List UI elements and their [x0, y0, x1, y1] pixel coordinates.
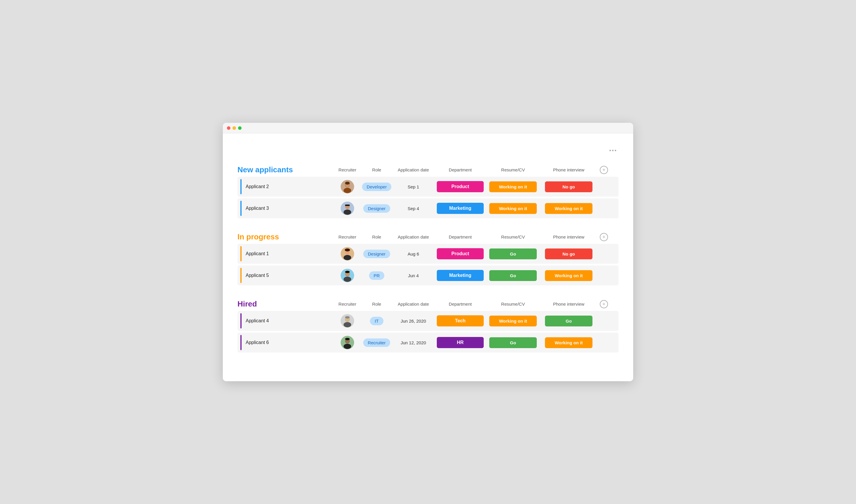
table-row: Applicant 1 DesignerAug 6ProductGoNo go: [237, 244, 619, 264]
more-options-button[interactable]: [607, 147, 619, 154]
resume-cv-status: Go: [489, 249, 537, 259]
col-header-resume_cv: Resume/CV: [487, 302, 539, 306]
department-badge: Product: [437, 248, 484, 259]
table-row: Applicant 6 RecruiterJun 12, 2020HRGoWor…: [237, 332, 619, 353]
add-row-button-new-applicants[interactable]: +: [598, 166, 610, 174]
row-indicator-bar: [240, 201, 242, 216]
resume-cv-cell: Go: [487, 337, 539, 348]
resume-cv-status: Working on it: [489, 203, 537, 214]
phone-interview-cell: No go: [539, 181, 598, 192]
avatar: [341, 202, 354, 215]
table-row: Applicant 5 PRJun 4MarketingGoWorking on…: [237, 266, 619, 285]
more-dot-1: [609, 150, 611, 151]
department-cell: Tech: [434, 315, 487, 326]
add-row-button-in-progress[interactable]: +: [598, 233, 610, 241]
role-badge: PR: [369, 271, 385, 280]
section-new-applicants: New applicantsRecruiterRoleApplication d…: [237, 165, 619, 218]
svg-point-17: [343, 276, 351, 282]
svg-point-27: [343, 344, 351, 349]
col-header-recruiter: Recruiter: [334, 167, 361, 172]
add-row-button-hired[interactable]: +: [598, 300, 610, 308]
resume-cv-cell: Go: [487, 270, 539, 281]
phone-interview-cell: Working on it: [539, 270, 598, 281]
col-header-application_date: Application date: [393, 167, 434, 172]
applicant-name-cell: Applicant 6: [237, 335, 334, 350]
col-header-recruiter: Recruiter: [334, 234, 361, 239]
department-cell: Product: [434, 181, 487, 192]
phone-interview-status: Working on it: [545, 270, 592, 281]
phone-interview-cell: No go: [539, 249, 598, 259]
avatar: [341, 247, 354, 260]
application-date-cell: Sep 1: [393, 184, 434, 189]
applicant-name: Applicant 3: [246, 206, 269, 211]
svg-point-4: [345, 182, 350, 185]
role-cell: IT: [361, 317, 393, 325]
department-cell: Marketing: [434, 203, 487, 214]
recruiter-cell: [334, 247, 361, 260]
col-header-department: Department: [434, 234, 487, 239]
role-badge: Designer: [363, 204, 390, 213]
row-indicator-bar: [240, 313, 242, 328]
col-header-role: Role: [361, 302, 393, 306]
department-cell: HR: [434, 337, 487, 348]
role-cell: PR: [361, 271, 393, 280]
phone-interview-cell: Working on it: [539, 337, 598, 348]
resume-cv-cell: Working on it: [487, 181, 539, 192]
applicant-name: Applicant 2: [246, 184, 269, 189]
minimize-button[interactable]: [232, 126, 236, 130]
sections-container: New applicantsRecruiterRoleApplication d…: [237, 165, 619, 353]
more-dot-2: [612, 150, 613, 151]
recruiter-cell: [334, 180, 361, 193]
department-badge: Tech: [437, 315, 484, 326]
avatar: [341, 336, 354, 349]
section-title-hired: Hired: [237, 300, 334, 309]
phone-interview-status: No go: [545, 249, 592, 259]
role-badge: Recruiter: [363, 339, 391, 347]
section-title-in-progress: In progress: [237, 232, 334, 241]
resume-cv-status: Working on it: [489, 181, 537, 192]
phone-interview-status: Working on it: [545, 337, 592, 348]
col-header-phone_interview: Phone interview: [539, 167, 598, 172]
section-in-progress: In progressRecruiterRoleApplication date…: [237, 232, 619, 285]
role-cell: Designer: [361, 204, 393, 213]
application-date-cell: Jun 26, 2020: [393, 319, 434, 324]
avatar: [341, 180, 354, 193]
maximize-button[interactable]: [238, 126, 242, 130]
svg-point-2: [343, 188, 351, 193]
applicant-name-cell: Applicant 2: [237, 179, 334, 194]
role-cell: Developer: [361, 183, 393, 191]
applicant-name: Applicant 4: [246, 318, 269, 324]
add-circle-icon: +: [600, 300, 608, 308]
page-header: [237, 145, 619, 154]
resume-cv-status: Working on it: [489, 316, 537, 326]
resume-cv-status: Go: [489, 270, 537, 281]
table-row: Applicant 4 ITJun 26, 2020TechWorking on…: [237, 311, 619, 331]
recruiter-cell: [334, 269, 361, 282]
phone-interview-cell: Go: [539, 316, 598, 326]
department-badge: HR: [437, 337, 484, 348]
role-cell: Recruiter: [361, 339, 393, 347]
department-badge: Product: [437, 181, 484, 192]
department-cell: Product: [434, 248, 487, 259]
recruiter-cell: [334, 314, 361, 328]
row-indicator-bar: [240, 246, 242, 262]
svg-point-14: [345, 249, 350, 251]
section-hired: HiredRecruiterRoleApplication dateDepart…: [237, 300, 619, 353]
add-circle-icon: +: [600, 233, 608, 241]
section-title-new-applicants: New applicants: [237, 165, 334, 174]
phone-interview-status: Go: [545, 316, 592, 326]
col-header-phone_interview: Phone interview: [539, 234, 598, 239]
resume-cv-cell: Go: [487, 249, 539, 259]
applicant-name-cell: Applicant 4: [237, 313, 334, 328]
resume-cv-cell: Working on it: [487, 203, 539, 214]
col-header-recruiter: Recruiter: [334, 302, 361, 306]
svg-point-24: [345, 316, 350, 319]
col-header-resume_cv: Resume/CV: [487, 167, 539, 172]
applicant-name-cell: Applicant 5: [237, 268, 334, 283]
close-button[interactable]: [227, 126, 230, 130]
recruiter-cell: [334, 202, 361, 215]
applicant-name-cell: Applicant 3: [237, 201, 334, 216]
application-date-cell: Jun 12, 2020: [393, 340, 434, 345]
svg-point-12: [343, 255, 351, 260]
phone-interview-status: No go: [545, 181, 592, 192]
